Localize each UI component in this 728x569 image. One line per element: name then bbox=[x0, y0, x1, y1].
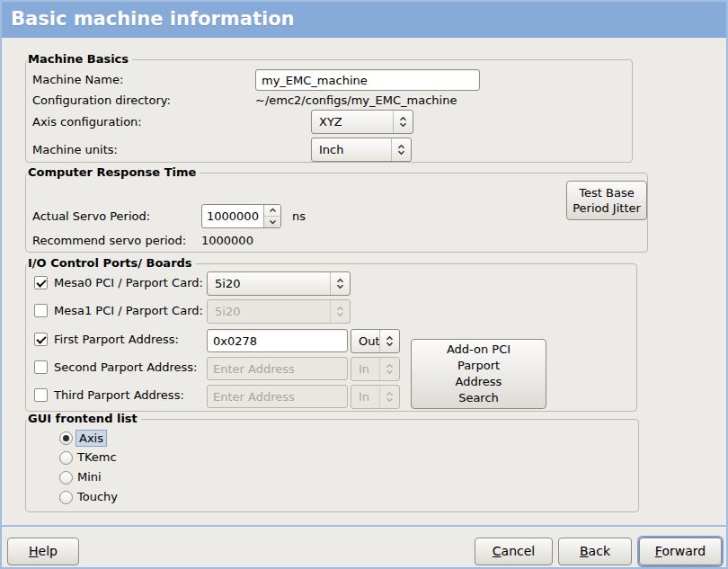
second-parport-label[interactable]: Second Parport Address: bbox=[54, 360, 197, 375]
third-parport-direction-select[interactable]: In bbox=[351, 385, 400, 409]
axis-configuration-label: Axis configuration: bbox=[32, 115, 142, 129]
updown-chevron-icon bbox=[330, 272, 350, 295]
config-directory-label: Configuration directory: bbox=[32, 93, 171, 108]
first-parport-address-input[interactable] bbox=[207, 329, 348, 352]
machine-name-input[interactable] bbox=[255, 69, 480, 91]
gui-radio-mini-label[interactable]: Mini bbox=[77, 470, 102, 485]
addon-pci-search-button[interactable]: Add-on PCI Parport Address Search bbox=[411, 339, 546, 409]
axis-configuration-select[interactable]: XYZ bbox=[311, 110, 413, 134]
help-button-label: Help bbox=[29, 544, 58, 559]
cancel-button-label: Cancel bbox=[493, 544, 535, 559]
mesa0-label[interactable]: Mesa0 PCI / Parport Card: bbox=[54, 276, 203, 290]
gui-frontend-legend: GUI frontend list bbox=[27, 412, 141, 426]
third-parport-address-input[interactable] bbox=[207, 385, 348, 408]
second-parport-address-input[interactable] bbox=[207, 357, 348, 380]
button-line: Search bbox=[458, 390, 499, 406]
page-title: Basic machine information bbox=[11, 8, 295, 30]
first-parport-checkbox[interactable] bbox=[34, 333, 48, 346]
gui-radio-tkemc[interactable] bbox=[59, 451, 73, 465]
machine-units-label: Machine units: bbox=[32, 143, 118, 157]
updown-chevron-icon bbox=[393, 111, 413, 133]
back-button-label: Back bbox=[580, 544, 610, 559]
gui-radio-tkemc-label[interactable]: TKemc bbox=[77, 450, 117, 465]
second-parport-checkbox[interactable] bbox=[34, 360, 48, 374]
servo-period-spinbox[interactable] bbox=[201, 204, 281, 228]
title-bar: Basic machine information bbox=[0, 0, 728, 38]
mesa0-checkbox[interactable] bbox=[34, 276, 48, 289]
updown-chevron-icon bbox=[379, 386, 399, 408]
third-parport-checkbox[interactable] bbox=[34, 388, 48, 402]
content-separator bbox=[0, 525, 728, 527]
response-time-legend: Computer Response Time bbox=[27, 165, 200, 180]
button-line: Parport bbox=[457, 358, 500, 374]
help-button[interactable]: Help bbox=[7, 538, 79, 565]
second-parport-direction-select[interactable]: In bbox=[351, 357, 400, 381]
test-base-period-jitter-button[interactable]: Test Base Period Jitter bbox=[566, 181, 647, 220]
gui-radio-axis[interactable] bbox=[59, 431, 73, 445]
spin-down-button[interactable] bbox=[264, 217, 280, 227]
button-line: Add-on PCI bbox=[447, 342, 510, 358]
first-parport-direction-select[interactable]: Out bbox=[351, 329, 400, 353]
servo-period-unit: ns bbox=[292, 209, 306, 224]
button-line: Address bbox=[456, 374, 502, 390]
first-parport-label[interactable]: First Parport Address: bbox=[54, 333, 179, 347]
recommend-servo-value: 1000000 bbox=[201, 234, 253, 248]
updown-chevron-icon bbox=[379, 358, 399, 380]
servo-period-input[interactable] bbox=[202, 205, 263, 227]
machine-name-label: Machine Name: bbox=[32, 73, 123, 87]
axis-configuration-value: XYZ bbox=[312, 111, 393, 133]
third-parport-direction-value: In bbox=[351, 386, 379, 408]
io-ports-legend: I/O Control Ports/ Boards bbox=[27, 256, 196, 271]
machine-units-select[interactable]: Inch bbox=[311, 138, 412, 162]
updown-chevron-icon bbox=[379, 330, 399, 352]
machine-basics-legend: Machine Basics bbox=[27, 52, 132, 67]
cancel-button[interactable]: Cancel bbox=[475, 538, 553, 565]
machine-units-value: Inch bbox=[312, 138, 391, 161]
recommend-servo-label: Recommend servo period: bbox=[32, 234, 186, 248]
forward-button[interactable]: Forward bbox=[639, 538, 722, 565]
servo-period-label: Actual Servo Period: bbox=[32, 209, 150, 224]
back-button[interactable]: Back bbox=[558, 538, 632, 565]
config-directory-value: ~/emc2/configs/my_EMC_machine bbox=[255, 93, 457, 108]
third-parport-label[interactable]: Third Parport Address: bbox=[54, 388, 184, 403]
mesa1-label[interactable]: Mesa1 PCI / Parport Card: bbox=[54, 304, 203, 318]
forward-button-label: Forward bbox=[655, 544, 706, 559]
mesa1-card-value: 5i20 bbox=[208, 300, 330, 323]
gui-radio-mini[interactable] bbox=[59, 471, 73, 485]
mesa0-card-select[interactable]: 5i20 bbox=[207, 271, 351, 296]
gui-radio-touchy[interactable] bbox=[59, 491, 73, 504]
spinner-buttons bbox=[263, 205, 280, 227]
button-line: Test Base bbox=[579, 185, 634, 200]
gui-radio-axis-label[interactable]: Axis bbox=[75, 430, 107, 447]
gui-radio-touchy-label[interactable]: Touchy bbox=[77, 490, 118, 504]
mesa1-checkbox[interactable] bbox=[34, 304, 48, 317]
mesa1-card-select[interactable]: 5i20 bbox=[207, 299, 351, 324]
second-parport-direction-value: In bbox=[351, 358, 379, 380]
updown-chevron-icon bbox=[330, 300, 350, 323]
button-line: Period Jitter bbox=[573, 200, 641, 216]
updown-chevron-icon bbox=[391, 138, 411, 161]
first-parport-direction-value: Out bbox=[351, 330, 379, 352]
spin-up-button[interactable] bbox=[264, 205, 280, 217]
mesa0-card-value: 5i20 bbox=[208, 272, 330, 295]
